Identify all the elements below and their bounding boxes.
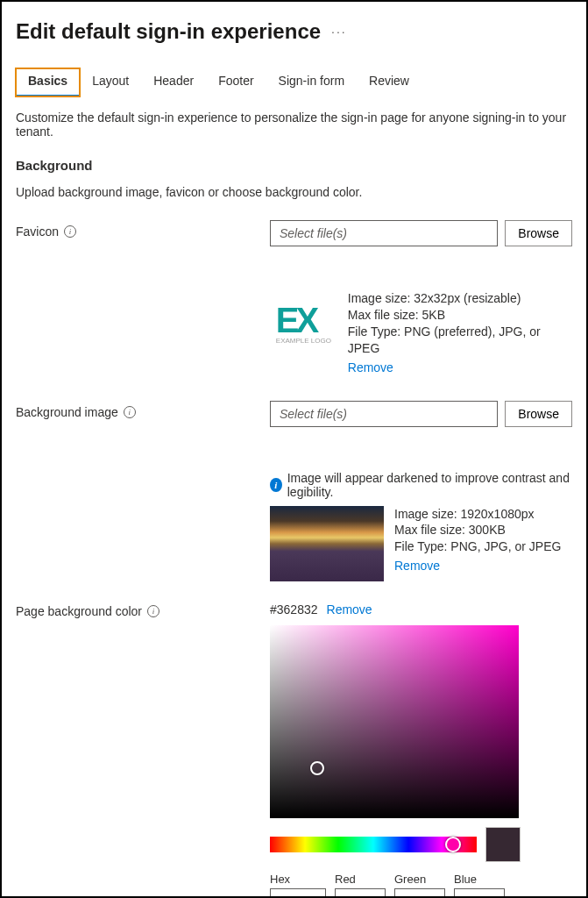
page-description: Customize the default sign-in experience…	[16, 110, 572, 139]
favicon-label: Favicon	[16, 224, 59, 239]
favicon-meta-size: Image size: 32x32px (resizable)	[348, 290, 572, 307]
red-input[interactable]	[335, 888, 386, 898]
favicon-meta-filetype: File Type: PNG (preferred), JPG, or JPEG	[348, 324, 572, 357]
hue-slider[interactable]	[270, 837, 477, 852]
favicon-browse-button[interactable]: Browse	[505, 220, 572, 246]
tab-footer[interactable]: Footer	[206, 68, 266, 96]
tab-basics[interactable]: Basics	[16, 68, 80, 96]
color-saturation-panel[interactable]	[270, 625, 519, 818]
info-icon[interactable]: i	[64, 225, 76, 238]
info-icon[interactable]: i	[124, 406, 136, 418]
section-heading-background: Background	[16, 158, 572, 173]
saturation-handle[interactable]	[310, 761, 324, 775]
blue-input[interactable]	[454, 888, 505, 898]
favicon-meta-filesize: Max file size: 5KB	[348, 307, 572, 324]
hue-handle[interactable]	[445, 837, 461, 852]
more-icon[interactable]: ···	[331, 25, 347, 39]
blue-input-label: Blue	[454, 873, 505, 886]
page-title: Edit default sign-in experience	[16, 19, 321, 44]
tab-signin-form[interactable]: Sign-in form	[266, 68, 357, 96]
bgimage-meta-filetype: File Type: PNG, JPG, or JPEG	[394, 538, 561, 555]
section-sub-background: Upload background image, favicon or choo…	[16, 185, 572, 199]
favicon-file-input[interactable]: Select file(s)	[270, 220, 498, 246]
bgimage-browse-button[interactable]: Browse	[505, 401, 572, 427]
pagecolor-remove-link[interactable]: Remove	[327, 602, 372, 616]
tab-layout[interactable]: Layout	[80, 68, 141, 96]
bgimage-meta-size: Image size: 1920x1080px	[394, 506, 561, 523]
green-input-label: Green	[394, 873, 445, 886]
pagecolor-label: Page background color	[16, 604, 142, 618]
pagecolor-hex-display: #362832	[270, 602, 318, 616]
tab-review[interactable]: Review	[357, 68, 422, 96]
red-input-label: Red	[335, 873, 386, 886]
bgimage-remove-link[interactable]: Remove	[394, 559, 440, 573]
color-swatch	[485, 827, 521, 862]
green-input[interactable]	[394, 888, 445, 898]
bgimage-label: Background image	[16, 405, 118, 419]
bgimage-info-msg: Image will appear darkened to improve co…	[287, 471, 572, 499]
hex-input-label: Hex	[270, 873, 326, 886]
hex-input[interactable]	[270, 888, 326, 898]
tab-header[interactable]: Header	[141, 68, 206, 96]
tabs: Basics Layout Header Footer Sign-in form…	[16, 68, 572, 96]
info-icon[interactable]: i	[147, 605, 159, 617]
favicon-logo-sub: EXAMPLE LOGO	[276, 337, 331, 345]
bgimage-file-input[interactable]: Select file(s)	[270, 401, 498, 427]
favicon-logo-text: EX	[276, 305, 331, 335]
favicon-preview: EX EXAMPLE LOGO	[270, 290, 337, 359]
bgimage-meta-filesize: Max file size: 300KB	[394, 522, 561, 538]
bgimage-preview	[270, 506, 384, 581]
favicon-remove-link[interactable]: Remove	[348, 360, 393, 374]
info-icon: i	[270, 478, 282, 492]
